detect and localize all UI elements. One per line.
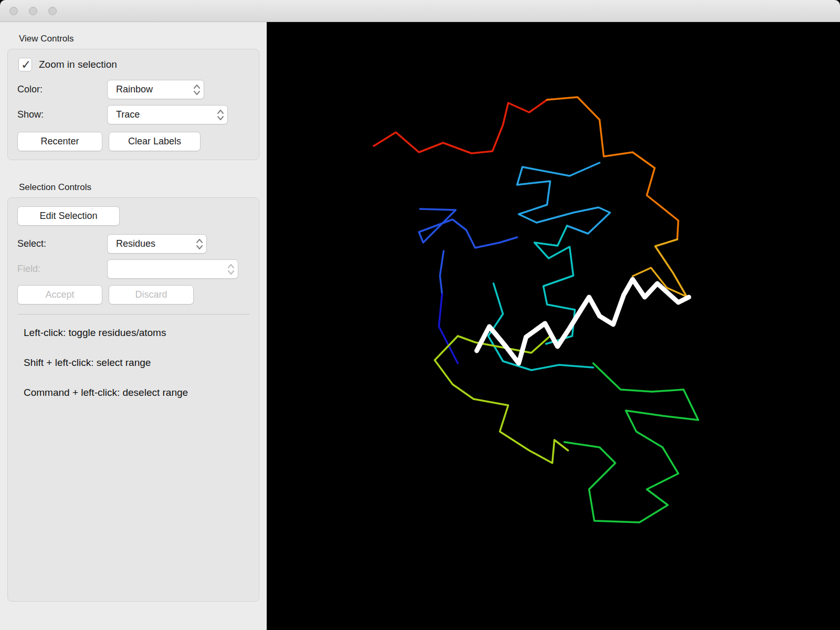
select-label: Select: [17, 238, 107, 249]
view-buttons-row: Recenter Clear Labels [17, 132, 249, 151]
zoom-in-selection-checkbox[interactable] [18, 58, 32, 71]
show-popup[interactable]: Trace [107, 105, 228, 124]
clear-labels-button[interactable]: Clear Labels [109, 132, 201, 151]
trace-segment-green [564, 363, 698, 522]
popup-stepper-icon [227, 263, 235, 276]
field-label: Field: [17, 264, 107, 275]
select-popup-value: Residues [116, 238, 155, 249]
trace-segment-selection-white [477, 279, 689, 363]
zoom-in-selection-row: Zoom in selection [18, 58, 249, 71]
color-popup-value: Rainbow [116, 84, 153, 95]
zoom-in-selection-label: Zoom in selection [39, 59, 117, 70]
field-row: Field: [17, 259, 249, 279]
popup-stepper-icon [193, 83, 201, 96]
show-row: Show: Trace [17, 105, 249, 124]
trace-segment-orange [547, 97, 678, 239]
discard-button: Discard [109, 285, 194, 304]
help-line-shift-click: Shift + left-click: select range [24, 357, 249, 369]
selection-controls-group: Edit Selection Select: Residues Field: [7, 197, 259, 602]
accept-button: Accept [17, 285, 102, 304]
color-row: Color: Rainbow [17, 80, 249, 99]
selection-controls-title: Selection Controls [19, 182, 267, 193]
trace-segment-chartreuse [435, 336, 568, 463]
view-controls-title: View Controls [19, 34, 267, 44]
app-window: View Controls Zoom in selection Color: R… [0, 0, 840, 630]
show-label: Show: [17, 109, 107, 120]
color-label: Color: [17, 84, 107, 95]
recenter-button[interactable]: Recenter [17, 132, 102, 151]
trace-segment-blue [419, 209, 517, 248]
minimize-button[interactable] [29, 7, 37, 15]
color-popup[interactable]: Rainbow [107, 80, 204, 99]
trace-segment-blue-stem [440, 251, 444, 294]
trace-segment-red [374, 100, 547, 153]
popup-stepper-icon [217, 109, 224, 121]
accept-discard-row: Accept Discard [17, 285, 249, 304]
title-bar [0, 0, 840, 22]
molecule-viewport[interactable] [267, 22, 840, 630]
divider [17, 314, 249, 314]
trace-segment-cyan [517, 163, 610, 234]
protein-trace-svg [267, 22, 840, 630]
field-popup [107, 259, 238, 279]
close-button[interactable] [9, 7, 18, 15]
edit-selection-button[interactable]: Edit Selection [17, 206, 120, 226]
main-area: View Controls Zoom in selection Color: R… [0, 22, 840, 630]
control-sidebar: View Controls Zoom in selection Color: R… [0, 22, 267, 630]
select-popup[interactable]: Residues [107, 234, 207, 254]
select-row: Select: Residues [17, 234, 249, 254]
view-controls-group: Zoom in selection Color: Rainbow Show: [7, 49, 259, 160]
help-line-command-click: Command + left-click: deselect range [24, 387, 249, 398]
help-line-left-click: Left-click: toggle residues/atoms [24, 327, 249, 339]
popup-stepper-icon [196, 238, 203, 250]
zoom-button[interactable] [48, 7, 57, 15]
show-popup-value: Trace [116, 109, 140, 120]
